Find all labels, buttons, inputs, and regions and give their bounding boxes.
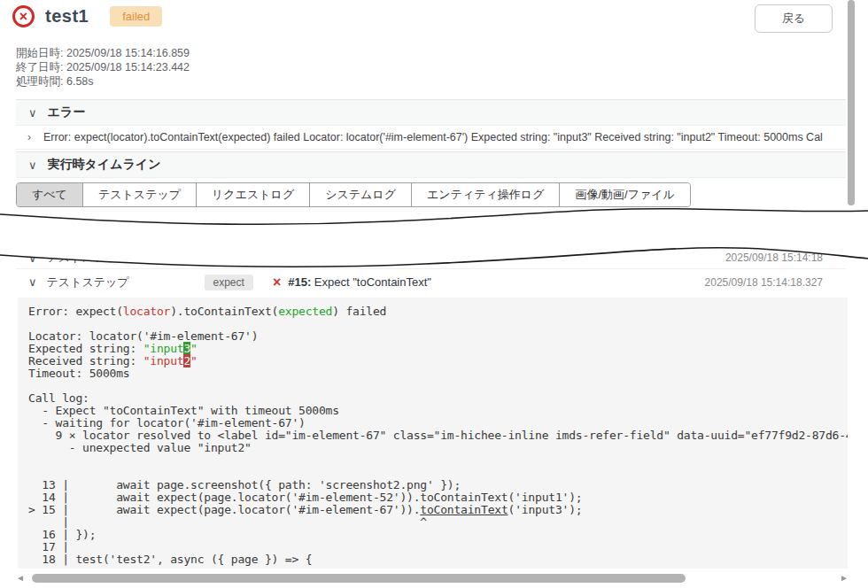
log-line: Locator: locator('#im-element-67') [28,330,837,343]
error-log-block: Error: expect(locator).toContainText(exp… [18,298,848,569]
tab-media-files[interactable]: 画像/動画/ファイル [560,183,689,206]
step-timestamp: 2025/09/18 15:14:18.327 [705,276,823,289]
log-line [28,467,837,479]
chevron-down-icon[interactable]: ∨ [28,275,37,289]
chevron-down-icon[interactable]: ∨ [28,106,37,120]
tab-request-log[interactable]: リクエストログ [197,183,310,206]
log-line: Error: expect(locator).toContainText(exp… [28,306,837,318]
chevron-down-icon[interactable]: ∨ [28,251,37,265]
error-summary-text: Error: expect(locator).toContainText(exp… [43,131,823,143]
log-line: 14 | await expect(page.locator('#im-elem… [28,491,837,504]
timeline-section-title: 実行時タイムライン [48,157,161,173]
start-time: 開始日時: 2025/09/18 15:14:16.859 [16,46,190,60]
log-line: - waiting for locator('#im-element-67') [28,417,837,429]
test-metadata: 開始日時: 2025/09/18 15:14:16.859 終了日時: 2025… [16,46,190,89]
log-line: | ^ [28,516,837,529]
log-line [28,380,837,392]
horizontal-scrollbar: ◄ ► [16,572,849,584]
log-line: Call log: [28,392,837,405]
horizontal-scrollbar-thumb[interactable] [32,574,686,583]
chevron-right-icon[interactable]: › [27,131,31,143]
timeline-tabbar: すべて テストステップ リクエストログ システムログ エンティティ操作ログ 画像… [16,182,691,207]
step-title: #15: Expect "toContainText" [288,275,431,289]
log-line: 17 | [28,541,837,553]
status-badge: failed [110,6,162,27]
log-line: - Expect "toContainText" with timeout 50… [28,405,837,417]
log-line [28,454,837,467]
tab-test-steps[interactable]: テストステップ [83,183,197,206]
tab-all[interactable]: すべて [17,183,83,206]
test-step-row[interactable]: ∨ テストステップ expect × #15: Expect "toContai… [16,268,846,295]
error-section-header[interactable]: ∨ エラー [16,99,846,126]
step-type-badge: expect [205,275,253,290]
back-button[interactable]: 戻る [755,4,833,33]
step-row-label: テストステップ [47,250,205,266]
duration: 処理時間: 6.58s [16,74,190,89]
log-line [28,318,837,330]
log-line: 18 | test('test2', async ({ page }) => { [28,553,837,566]
scroll-right-arrow-icon[interactable]: ► [840,574,849,583]
log-line: > 15 | await expect(page.locator('#im-el… [28,504,837,516]
log-line: 13 | await page.screenshot({ path: 'scre… [28,479,837,491]
log-line: Received string: "input2" [28,355,837,368]
vertical-scrollbar[interactable] [848,0,855,205]
error-summary-row[interactable]: › Error: expect(locator).toContainText(e… [16,126,846,150]
end-time: 終了日時: 2025/09/18 15:14:23.442 [16,60,190,74]
failed-circle-icon: × [12,5,35,27]
page-title: test1 [45,6,89,27]
log-line: 9 × locator resolved to <label id="im-el… [28,429,837,442]
step-type-badge: expect [205,250,253,266]
log-line: - unexpected value "input2" [28,442,837,454]
tab-system-log[interactable]: システムログ [310,183,412,206]
step-row-label: テストステップ [47,275,205,290]
page-header: × test1 failed [12,5,162,27]
log-line: Expected string: "input3" [28,343,837,355]
log-lines: Error: expect(locator).toContainText(exp… [28,306,837,566]
scroll-left-arrow-icon[interactable]: ◄ [16,574,25,583]
error-section-title: エラー [48,104,86,120]
log-line: 16 | }); [28,529,837,541]
fail-x-icon: × [273,275,281,290]
chevron-down-icon[interactable]: ∨ [28,159,37,172]
test-step-row-partial[interactable]: ∨ テストステップ expect 2025/09/18 15:14:18 [16,244,846,271]
tab-entity-log[interactable]: エンティティ操作ログ [412,183,560,206]
log-line: Timeout: 5000ms [28,368,837,380]
timeline-section-header[interactable]: ∨ 実行時タイムライン [16,151,846,178]
step-timestamp: 2025/09/18 15:14:18 [725,251,823,264]
